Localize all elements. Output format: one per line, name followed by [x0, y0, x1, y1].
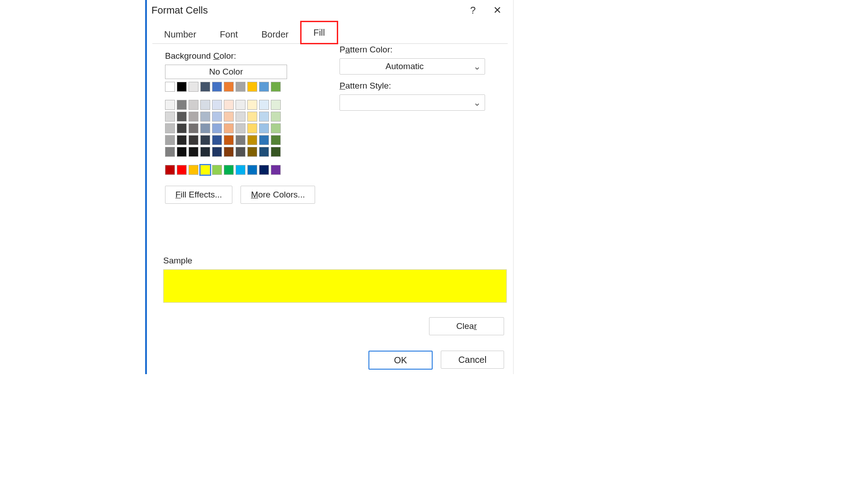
color-swatch[interactable]: [271, 82, 281, 92]
dialog-title: Format Cells: [151, 5, 208, 16]
tab-font-label: Font: [220, 29, 238, 40]
close-button[interactable]: ✕: [485, 1, 509, 20]
cancel-button[interactable]: Cancel: [441, 351, 504, 369]
color-swatch[interactable]: [165, 165, 175, 175]
format-cells-dialog: Format Cells ? ✕ Number Font Border Fill…: [147, 0, 514, 374]
color-swatch[interactable]: [165, 123, 175, 133]
color-swatch[interactable]: [200, 82, 210, 92]
color-swatch[interactable]: [177, 82, 187, 92]
chevron-down-icon: ⌄: [469, 61, 485, 72]
color-swatch[interactable]: [189, 147, 198, 157]
color-swatch[interactable]: [200, 165, 210, 175]
color-swatch[interactable]: [259, 82, 269, 92]
color-swatch[interactable]: [200, 123, 210, 133]
color-swatch[interactable]: [177, 112, 187, 122]
color-swatch[interactable]: [247, 147, 257, 157]
ok-label: OK: [394, 355, 407, 366]
color-swatch[interactable]: [236, 147, 245, 157]
color-swatch[interactable]: [189, 135, 198, 145]
color-swatch[interactable]: [259, 165, 269, 175]
no-color-button[interactable]: No Color: [165, 65, 287, 79]
color-swatch[interactable]: [247, 100, 257, 110]
color-swatch[interactable]: [224, 147, 234, 157]
color-swatch[interactable]: [224, 135, 234, 145]
color-swatch[interactable]: [247, 135, 257, 145]
color-swatch[interactable]: [224, 100, 234, 110]
color-swatch[interactable]: [212, 100, 222, 110]
color-swatch[interactable]: [189, 112, 198, 122]
color-swatch[interactable]: [212, 112, 222, 122]
color-swatch[interactable]: [177, 165, 187, 175]
clear-button[interactable]: Clear: [429, 317, 504, 335]
color-swatch[interactable]: [247, 165, 257, 175]
color-swatch[interactable]: [177, 123, 187, 133]
help-button[interactable]: ?: [461, 1, 485, 20]
color-swatch[interactable]: [236, 123, 245, 133]
pattern-style-combo[interactable]: ⌄: [340, 94, 485, 111]
color-swatch[interactable]: [212, 123, 222, 133]
color-swatch[interactable]: [165, 147, 175, 157]
color-swatch[interactable]: [236, 112, 245, 122]
color-swatch[interactable]: [165, 100, 175, 110]
color-swatch[interactable]: [200, 100, 210, 110]
tab-fill-body: Background Color: No Color Fill Effects.…: [147, 44, 513, 204]
tab-font[interactable]: Font: [208, 25, 250, 43]
tab-fill[interactable]: Fill: [300, 21, 338, 44]
pattern-panel: Pattern Color: Automatic ⌄ Pattern Style…: [340, 44, 490, 117]
color-swatch[interactable]: [236, 135, 245, 145]
color-swatch[interactable]: [259, 123, 269, 133]
tab-strip: Number Font Border Fill: [152, 22, 508, 44]
color-swatch[interactable]: [259, 112, 269, 122]
color-swatch[interactable]: [177, 100, 187, 110]
color-swatch[interactable]: [236, 165, 245, 175]
color-swatch[interactable]: [165, 135, 175, 145]
tab-border[interactable]: Border: [250, 25, 300, 43]
color-swatch[interactable]: [224, 82, 234, 92]
color-swatch[interactable]: [247, 112, 257, 122]
color-swatch[interactable]: [212, 135, 222, 145]
tab-fill-label: Fill: [313, 28, 325, 38]
pattern-color-label: Pattern Color:: [340, 45, 490, 55]
color-swatch[interactable]: [189, 165, 198, 175]
tab-number[interactable]: Number: [152, 25, 208, 43]
color-swatch[interactable]: [224, 165, 234, 175]
fill-effects-button[interactable]: Fill Effects...: [165, 186, 232, 204]
color-swatch[interactable]: [236, 100, 245, 110]
color-swatch[interactable]: [224, 123, 234, 133]
color-swatch[interactable]: [236, 82, 245, 92]
color-swatch[interactable]: [165, 112, 175, 122]
color-swatch[interactable]: [247, 123, 257, 133]
color-swatch[interactable]: [200, 147, 210, 157]
color-swatch[interactable]: [200, 135, 210, 145]
color-swatch[interactable]: [165, 82, 175, 92]
color-swatch[interactable]: [271, 165, 281, 175]
color-swatch[interactable]: [200, 112, 210, 122]
no-color-label: No Color: [209, 67, 243, 77]
color-swatch[interactable]: [224, 112, 234, 122]
titlebar: Format Cells ? ✕: [147, 0, 513, 21]
color-swatch[interactable]: [177, 147, 187, 157]
color-swatch[interactable]: [271, 123, 281, 133]
color-swatch[interactable]: [177, 135, 187, 145]
tab-number-label: Number: [164, 29, 196, 40]
dialog-footer: OK Cancel: [368, 351, 504, 370]
color-swatch[interactable]: [212, 165, 222, 175]
color-swatch[interactable]: [271, 100, 281, 110]
color-swatch[interactable]: [259, 100, 269, 110]
color-swatch[interactable]: [271, 112, 281, 122]
color-swatch[interactable]: [259, 147, 269, 157]
ok-button[interactable]: OK: [368, 351, 433, 370]
color-swatch[interactable]: [212, 147, 222, 157]
color-swatch[interactable]: [259, 135, 269, 145]
pattern-color-combo[interactable]: Automatic ⌄: [340, 58, 485, 75]
color-swatch[interactable]: [189, 82, 198, 92]
sample-section: Sample: [163, 256, 507, 303]
color-swatch[interactable]: [247, 82, 257, 92]
color-swatch[interactable]: [212, 82, 222, 92]
color-swatch[interactable]: [189, 100, 198, 110]
more-colors-button[interactable]: More Colors...: [241, 186, 315, 204]
color-swatch[interactable]: [271, 135, 281, 145]
color-swatch[interactable]: [271, 147, 281, 157]
color-swatch[interactable]: [189, 123, 198, 133]
sample-preview: [163, 269, 507, 303]
